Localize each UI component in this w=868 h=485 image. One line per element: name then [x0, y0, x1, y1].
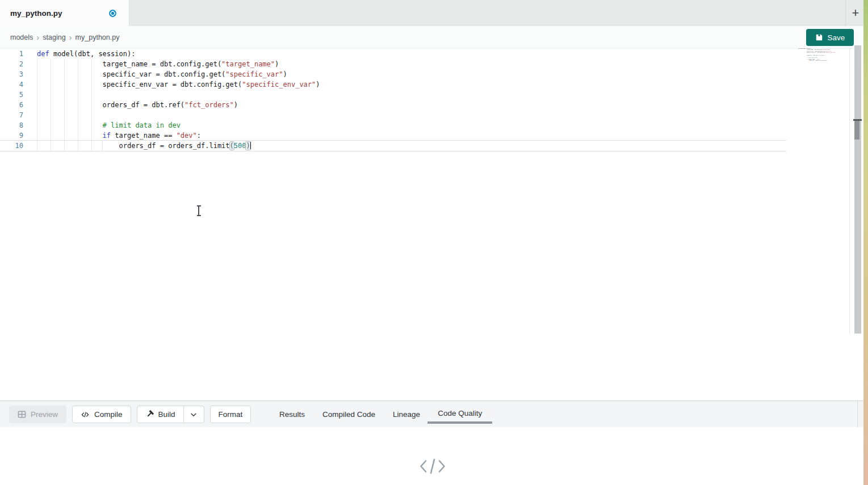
ide-window: my_python.py + models›staging›my_python.…	[0, 0, 868, 485]
editor-caret	[250, 142, 251, 149]
code-line-4[interactable]: 4 specific_env_var = dbt.config.get("spe…	[0, 79, 786, 90]
line-number: 6	[0, 100, 23, 110]
panel-tabs: ResultsCompiled CodeLineageCode Quality	[279, 401, 482, 427]
vertical-scrollbar-track[interactable]	[854, 45, 861, 334]
preview-button-label: Preview	[31, 410, 58, 419]
code-line-7[interactable]: 7	[0, 110, 786, 120]
panel-tab-results[interactable]: Results	[279, 410, 305, 419]
line-text	[23, 90, 37, 100]
breadcrumb-item-staging[interactable]: staging	[43, 33, 65, 41]
breadcrumb-separator-icon: ›	[69, 33, 72, 41]
line-text: orders_df = dbt.ref("fct_orders")	[23, 100, 238, 110]
action-toolbar: Preview Compile Build	[9, 406, 251, 423]
line-number: 1	[0, 49, 23, 59]
save-button[interactable]: Save	[806, 29, 854, 46]
panel-tab-lineage[interactable]: Lineage	[393, 410, 420, 419]
compile-button-label: Compile	[94, 410, 123, 419]
line-number: 8	[0, 120, 23, 130]
breadcrumb-item-my-python-py[interactable]: my_python.py	[76, 33, 120, 41]
line-text: specific_var = dbt.config.get("specific_…	[23, 69, 287, 79]
code-line-5[interactable]: 5	[0, 90, 786, 100]
line-text: def model(dbt, session):	[23, 49, 135, 59]
line-text: orders_df = orders_df.limit(500)	[23, 141, 251, 151]
code-line-2[interactable]: 2 target_name = dbt.config.get("target_n…	[0, 59, 786, 69]
line-number: 5	[0, 90, 23, 100]
build-button-label: Build	[158, 410, 175, 419]
line-number: 10	[0, 141, 23, 151]
code-line-1[interactable]: 1def model(dbt, session):	[0, 49, 786, 59]
hammer-icon	[145, 410, 154, 419]
table-grid-icon	[18, 410, 26, 419]
code-line-6[interactable]: 6 orders_df = dbt.ref("fct_orders")	[0, 100, 786, 110]
code-brackets-icon	[81, 411, 90, 419]
editor-right-edge	[849, 49, 850, 334]
breadcrumb-separator-icon: ›	[36, 33, 39, 41]
new-tab-button[interactable]: +	[848, 5, 863, 21]
format-button-label: Format	[219, 410, 243, 419]
line-number: 7	[0, 110, 23, 120]
panel-tab-code-quality[interactable]: Code Quality	[438, 409, 482, 417]
mouse-text-cursor-icon	[198, 206, 199, 216]
breadcrumb-row: models›staging›my_python.py	[0, 26, 863, 49]
floppy-disk-icon	[815, 33, 823, 41]
file-tab-title: my_python.py	[10, 9, 62, 18]
compile-button[interactable]: Compile	[72, 406, 131, 423]
editor-tabstrip: my_python.py +	[0, 0, 863, 26]
line-number: 2	[0, 59, 23, 69]
code-slash-icon	[420, 457, 446, 475]
line-text: if target_name == "dev":	[23, 130, 201, 141]
line-text: target_name = dbt.config.get("target_nam…	[23, 59, 279, 69]
line-number: 3	[0, 69, 23, 79]
code-line-9[interactable]: 9 if target_name == "dev":	[0, 130, 786, 141]
build-button[interactable]: Build	[137, 406, 184, 423]
save-button-label: Save	[828, 33, 845, 42]
toolbar-right-divider	[857, 401, 858, 427]
line-text: # limit data in dev	[23, 120, 181, 130]
screen-edge-gradient	[863, 0, 868, 485]
build-button-group: Build	[137, 406, 204, 423]
chevron-down-icon	[190, 411, 198, 419]
code-line-8[interactable]: 8 # limit data in dev	[0, 120, 786, 130]
build-dropdown-button[interactable]	[183, 406, 204, 423]
tabstrip-divider	[845, 0, 846, 26]
code-editor[interactable]: 1def model(dbt, session):2 target_name =…	[0, 49, 854, 400]
unsaved-changes-dot-icon	[109, 10, 116, 17]
line-number: 4	[0, 79, 23, 90]
code-line-10[interactable]: 10 orders_df = orders_df.limit(500)	[0, 141, 786, 151]
breadcrumb: models›staging›my_python.py	[10, 33, 119, 41]
line-number: 9	[0, 130, 23, 141]
format-button[interactable]: Format	[210, 406, 251, 423]
line-text: specific_env_var = dbt.config.get("speci…	[23, 79, 320, 90]
preview-button[interactable]: Preview	[9, 406, 66, 423]
line-text	[23, 110, 37, 120]
vertical-scrollbar-thumb[interactable]	[854, 121, 859, 140]
code-line-3[interactable]: 3 specific_var = dbt.config.get("specifi…	[0, 69, 786, 79]
code-rows: 1def model(dbt, session):2 target_name =…	[0, 49, 786, 151]
breadcrumb-item-models[interactable]: models	[10, 33, 33, 41]
file-tab-my-python[interactable]: my_python.py	[0, 0, 129, 26]
panel-tab-compiled-code[interactable]: Compiled Code	[322, 410, 375, 419]
